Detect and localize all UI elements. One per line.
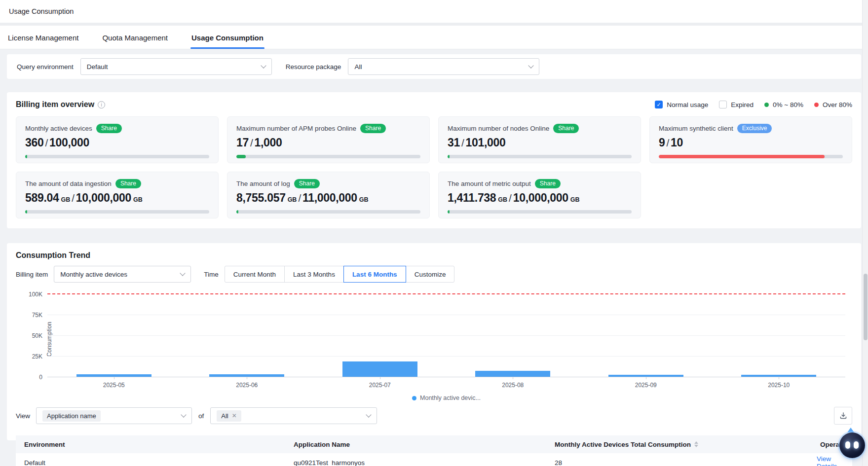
view-dimension-select[interactable]: Application name — [36, 407, 192, 424]
billing-card: The amount of data ingestionShare589.04G… — [16, 172, 219, 218]
robot-head-icon — [839, 432, 865, 458]
y-tick-label: 50K — [32, 332, 42, 339]
usage-progress-bar — [448, 155, 632, 158]
chart-legend-label: Monthly active devic... — [420, 394, 481, 401]
usage-progress-fill — [25, 210, 27, 214]
download-button[interactable] — [834, 407, 852, 425]
view-dimension-token: Application name — [42, 410, 101, 422]
time-button-last-6-months[interactable]: Last 6 Months — [343, 266, 406, 283]
consumption-trend-section: Consumption Trend Billing item Monthly a… — [7, 243, 861, 440]
slash: / — [667, 137, 670, 149]
chart-plot: 025K50K75K100K — [47, 294, 845, 377]
bar-slot — [313, 294, 447, 377]
billing-card-label: Maximum synthetic client — [659, 125, 733, 132]
billing-card-value: 17/1,000 — [236, 136, 420, 149]
view-dimension-value: Application name — [47, 412, 96, 420]
tab-license-management[interactable]: License Management — [7, 27, 79, 49]
used-value: 360 — [25, 136, 43, 149]
billing-card-header: The amount of logShare — [236, 179, 420, 188]
time-button-current-month[interactable]: Current Month — [225, 266, 285, 283]
x-tick-label: 2025-08 — [447, 377, 580, 390]
scrollbar-thumb[interactable] — [864, 274, 868, 340]
robot-eye-icon — [845, 441, 850, 449]
filter-bar: Query environment Default Resource packa… — [7, 54, 861, 79]
billing-card-label: The amount of log — [236, 180, 290, 187]
consumption-chart: Consumption 025K50K75K100K 2025-052025-0… — [16, 294, 852, 401]
gridline — [47, 315, 845, 315]
table-header-monthly-active-devices-total-consumption[interactable]: Monthly Active Devices Total Consumption — [546, 441, 808, 448]
x-tick-label: 2025-09 — [579, 377, 713, 390]
bar-slot — [181, 294, 314, 377]
chart-legend[interactable]: Monthly active devic... — [47, 394, 845, 401]
billing-card-value: 31/101,000 — [448, 136, 632, 149]
billing-card: The amount of logShare8,755.057GB/11,000… — [227, 172, 430, 218]
checkbox-empty-icon[interactable] — [719, 101, 727, 108]
y-tick-label: 75K — [32, 312, 42, 319]
billing-card-label: Maximum number of nodes Online — [448, 125, 549, 132]
header-text: Application Name — [294, 441, 350, 448]
billing-card-label: Monthly active devices — [25, 125, 92, 132]
tab-quota-management[interactable]: Quota Management — [101, 27, 169, 49]
x-tick-label: 2025-07 — [313, 377, 447, 390]
slash: / — [250, 137, 253, 149]
used-value: 1,411.738 — [448, 191, 496, 205]
billing-card-value: 360/100,000 — [25, 136, 209, 149]
x-tick-label: 2025-06 — [181, 377, 314, 390]
time-button-last-3-months[interactable]: Last 3 Months — [284, 266, 344, 283]
billing-card-header: Monthly active devicesShare — [25, 124, 209, 133]
billing-card-value: 8,755.057GB/11,000,000GB — [236, 191, 420, 205]
green-dot-icon — [764, 103, 769, 107]
billing-card-label: The amount of data ingestion — [25, 180, 112, 187]
resource-package-select[interactable]: All — [348, 58, 539, 75]
billing-card-header: The amount of metric outputShare — [448, 179, 632, 188]
assistant-robot-button[interactable] — [838, 431, 866, 459]
over-range-label: Over 80% — [823, 101, 852, 108]
billing-item-label: Billing item — [16, 271, 48, 278]
usage-progress-bar — [659, 155, 843, 158]
of-value-select[interactable]: All ✕ — [210, 407, 377, 424]
chevron-down-icon — [528, 63, 534, 68]
page-scrollbar[interactable] — [862, 0, 868, 466]
bar-slot — [579, 294, 713, 377]
billing-card-header: Maximum synthetic clientExclusive — [659, 124, 843, 133]
usage-progress-bar — [25, 155, 209, 158]
tab-usage-consumption[interactable]: Usage Consumption — [190, 27, 264, 49]
billing-card-badge: Share — [553, 124, 579, 133]
info-icon[interactable]: i — [98, 101, 105, 108]
time-button-customize[interactable]: Customize — [406, 266, 455, 283]
overview-legend: ✓ Normal usage Expired 0% ~ 80% Over 80% — [655, 101, 852, 108]
page-content: Query environment Default Resource packa… — [0, 49, 868, 440]
usage-progress-fill — [25, 155, 27, 158]
consumption-bar[interactable] — [475, 371, 550, 377]
normal-usage-filter[interactable]: ✓ Normal usage — [655, 101, 708, 108]
billing-item-select[interactable]: Monthly active devices — [54, 266, 191, 283]
table-header-environment: Environment — [16, 441, 285, 448]
billing-card-badge: Share — [96, 124, 122, 133]
chart-bars — [47, 294, 845, 377]
consumption-bar[interactable] — [342, 361, 417, 377]
usage-progress-bar — [25, 210, 209, 214]
chevron-down-icon — [261, 63, 266, 68]
table-header-row: EnvironmentApplication NameMonthly Activ… — [16, 435, 852, 453]
sort-icon[interactable] — [694, 441, 698, 447]
used-value: 31 — [448, 136, 460, 149]
chevron-down-icon — [180, 270, 186, 276]
bar-slot — [713, 294, 846, 377]
expired-filter[interactable]: Expired — [719, 101, 754, 108]
slash: / — [72, 192, 75, 204]
download-icon — [839, 412, 847, 420]
ok-range-label: 0% ~ 80% — [773, 101, 803, 108]
used-value: 589.04 — [25, 191, 59, 205]
query-environment-select[interactable]: Default — [80, 58, 272, 75]
unit-label: GB — [498, 196, 507, 203]
over-range-legend: Over 80% — [814, 101, 852, 108]
used-value: 8,755.057 — [236, 191, 286, 205]
billing-card: The amount of metric outputShare1,411.73… — [438, 172, 641, 218]
usage-progress-fill — [448, 155, 450, 158]
checkbox-checked-icon[interactable]: ✓ — [655, 101, 663, 108]
billing-card-header: Maximum number of nodes OnlineShare — [448, 124, 632, 133]
used-value: 9 — [659, 136, 665, 149]
remove-tag-icon[interactable]: ✕ — [232, 412, 237, 419]
sort-asc-icon — [694, 441, 698, 444]
usage-progress-bar — [236, 210, 420, 214]
